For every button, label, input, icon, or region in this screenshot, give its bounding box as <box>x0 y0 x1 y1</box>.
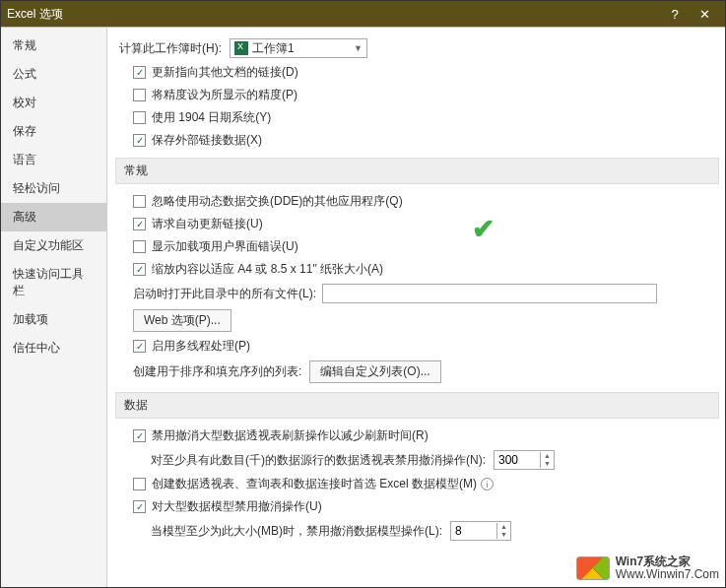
close-button[interactable]: ✕ <box>690 7 719 22</box>
disable-undo-model-checkbox[interactable] <box>133 500 146 513</box>
disable-undo-model-label: 对大型数据模型禁用撤消操作(U) <box>152 498 322 515</box>
calc-opt-label-1: 将精度设为所显示的精度(P) <box>152 87 297 103</box>
sidebar-item-0[interactable]: 常规 <box>1 32 106 60</box>
sidebar-item-1[interactable]: 公式 <box>1 60 106 89</box>
gen-opt-checkbox-3[interactable] <box>133 263 146 276</box>
titlebar: Excel 选项 ? ✕ <box>1 1 725 27</box>
gen-opt-label-1: 请求自动更新链接(U) <box>152 216 263 232</box>
gen-opt-label-2: 显示加载项用户界面错误(U) <box>152 238 298 255</box>
disable-undo-pivot-checkbox[interactable] <box>133 429 146 442</box>
workbook-name: 工作簿1 <box>252 40 295 57</box>
watermark-line2: Www.Winwin7.Com <box>616 568 719 581</box>
section-data: 数据 <box>115 392 719 419</box>
gen-opt-label-0: 忽略使用动态数据交换(DDE)的其他应用程序(Q) <box>152 193 403 210</box>
pivot-threshold-input[interactable] <box>495 451 540 469</box>
editlist-label: 创建用于排序和填充序列的列表: <box>133 363 301 380</box>
sidebar-item-4[interactable]: 语言 <box>1 146 106 174</box>
sidebar-item-10[interactable]: 信任中心 <box>1 334 106 362</box>
help-button[interactable]: ? <box>660 7 690 22</box>
calc-label: 计算此工作簿时(H): <box>119 40 222 57</box>
multithread-checkbox[interactable] <box>133 340 146 353</box>
info-icon[interactable]: i <box>481 478 494 490</box>
sidebar-item-6[interactable]: 高级 <box>1 203 106 231</box>
calc-opt-label-0: 更新指向其他文档的链接(D) <box>152 64 298 81</box>
sidebar-item-8[interactable]: 快速访问工具栏 <box>1 260 106 305</box>
gen-opt-checkbox-0[interactable] <box>133 195 146 208</box>
prefer-datamodel-checkbox[interactable] <box>133 478 146 490</box>
sidebar-item-7[interactable]: 自定义功能区 <box>1 231 106 260</box>
calc-opt-checkbox-0[interactable] <box>133 66 146 79</box>
calc-opt-checkbox-2[interactable] <box>133 111 146 124</box>
section-general: 常规 <box>115 158 719 184</box>
pivot-threshold-spinner[interactable]: ▲▼ <box>494 450 555 470</box>
gen-opt-label-3: 缩放内容以适应 A4 或 8.5 x 11" 纸张大小(A) <box>152 261 383 278</box>
watermark: Win7系统之家 Www.Winwin7.Com <box>576 555 719 581</box>
disable-undo-pivot-label: 禁用撤消大型数据透视表刷新操作以减少刷新时间(R) <box>152 427 429 444</box>
model-threshold-spinner[interactable]: ▲▼ <box>450 521 511 541</box>
prefer-datamodel-label: 创建数据透视表、查询表和数据连接时首选 Excel 数据模型(M) <box>152 476 477 492</box>
edit-custom-list-button[interactable]: 编辑自定义列表(O)... <box>309 360 440 383</box>
calc-opt-checkbox-3[interactable] <box>133 134 146 147</box>
web-options-button[interactable]: Web 选项(P)... <box>133 309 231 332</box>
sidebar-item-5[interactable]: 轻松访问 <box>1 174 106 203</box>
sidebar-item-9[interactable]: 加载项 <box>1 305 106 334</box>
chevron-down-icon: ▼ <box>354 43 363 53</box>
gen-opt-checkbox-1[interactable] <box>133 218 146 230</box>
sidebar-item-2[interactable]: 校对 <box>1 89 106 117</box>
model-threshold-input[interactable] <box>451 522 496 540</box>
window-title: Excel 选项 <box>7 6 63 23</box>
watermark-line1: Win7系统之家 <box>616 555 719 568</box>
startup-label: 启动时打开此目录中的所有文件(L): <box>133 286 316 302</box>
main-panel: 计算此工作簿时(H): 工作簿1 ▼ 更新指向其他文档的链接(D)将精度设为所显… <box>107 28 725 587</box>
sidebar: 常规公式校对保存语言轻松访问高级自定义功能区快速访问工具栏加载项信任中心 <box>1 28 107 587</box>
model-threshold-label: 当模型至少为此大小(MB)时，禁用撤消数据模型操作(L): <box>151 523 442 540</box>
windows-flag-icon <box>576 556 610 580</box>
calc-opt-label-2: 使用 1904 日期系统(Y) <box>152 109 271 126</box>
calc-opt-label-3: 保存外部链接数据(X) <box>152 132 262 149</box>
calc-opt-checkbox-1[interactable] <box>133 89 146 101</box>
excel-icon <box>234 41 248 55</box>
sidebar-item-3[interactable]: 保存 <box>1 117 106 146</box>
multithread-label: 启用多线程处理(P) <box>152 338 250 355</box>
pivot-threshold-label: 对至少具有此数目(千)的数据源行的数据透视表禁用撤消操作(N): <box>151 452 486 469</box>
gen-opt-checkbox-2[interactable] <box>133 240 146 253</box>
startup-path-input[interactable] <box>322 284 657 303</box>
workbook-select[interactable]: 工作簿1 ▼ <box>230 38 367 58</box>
